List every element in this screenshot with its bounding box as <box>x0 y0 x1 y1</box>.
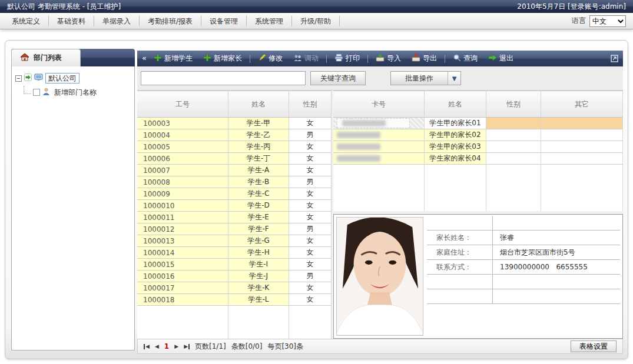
column-header-name[interactable]: 姓名 <box>228 91 289 118</box>
tree-node-root[interactable]: 默认公司 <box>15 72 131 84</box>
student-gender-cell: 女 <box>289 188 332 200</box>
collapse-sidebar-icon[interactable]: « <box>142 54 148 64</box>
add-student-button[interactable]: 新增学生 <box>149 54 197 64</box>
student-id-cell: 1000018 <box>137 294 228 306</box>
menu-item-upgrade-help[interactable]: 升级/帮助 <box>292 16 340 26</box>
menu-item-base-data[interactable]: 基础资料 <box>49 16 94 26</box>
table-row[interactable]: 1000014 学生-H 女 <box>137 247 332 259</box>
parent-name-cell: 学生甲的家长01 <box>425 118 486 129</box>
student-name-cell: 学生-甲 <box>228 118 289 129</box>
main-area: « 新增学生 新增家长 修改 调动 打印 <box>137 51 623 354</box>
table-row[interactable]: 1000010 学生-D 女 <box>137 200 332 212</box>
tables-area: 工号 姓名 性别 100003 学生-甲 女 100004 学生-乙 男 <box>137 91 623 339</box>
language-select[interactable]: 中文 <box>589 15 626 27</box>
export-button[interactable]: 导出 <box>407 54 442 64</box>
chevron-down-icon[interactable]: ▼ <box>448 72 460 85</box>
student-name-cell: 学生-B <box>228 176 289 188</box>
pencil-icon <box>258 54 266 64</box>
tree-node-company-label[interactable]: 默认公司 <box>45 73 79 84</box>
table-row[interactable]: 100007 学生-A 女 <box>137 165 332 176</box>
tree-collapse-icon[interactable] <box>15 75 22 82</box>
table-row[interactable]: 100005 学生-丙 女 <box>137 141 332 153</box>
next-page-icon[interactable]: ▶ <box>174 344 178 349</box>
table-row[interactable]: 1000012 学生-F 男 <box>137 223 332 235</box>
table-row[interactable]: 1000017 学生-K 女 <box>137 282 332 294</box>
current-page-number[interactable]: 1 <box>164 342 169 350</box>
student-name-cell: 学生-L <box>228 294 289 306</box>
main-panel: 部门列表 默认公司 新增部门名称 <box>5 40 628 359</box>
redacted-card-number <box>337 143 380 150</box>
per-page-text: 每页[30]条 <box>267 342 303 352</box>
table-settings-button[interactable]: 表格设置 <box>571 340 617 352</box>
parent-card-cell <box>333 153 425 165</box>
student-gender-cell: 男 <box>289 271 332 282</box>
tree-node-department[interactable]: 新增部门名称 <box>24 86 131 98</box>
student-id-cell: 100005 <box>137 141 228 153</box>
student-name-cell: 学生-J <box>228 271 289 282</box>
info-label <box>427 289 493 303</box>
info-row <box>427 216 620 231</box>
pagination-bar: ◀ ◀ 1 ▶ ▶ 页数[1/1] 条数[0/0] 每页[30]条 表格设置 <box>137 339 623 354</box>
exit-button[interactable]: 退出 <box>483 54 518 64</box>
info-value <box>493 275 620 289</box>
department-checkbox[interactable] <box>33 89 40 96</box>
parent-gender-cell <box>486 141 541 153</box>
edit-button[interactable]: 修改 <box>253 54 287 64</box>
info-row: 家长姓名： 张睿 <box>427 231 620 245</box>
print-button[interactable]: 打印 <box>330 54 364 64</box>
table-row[interactable]: 1000018 学生-L 女 <box>137 294 332 306</box>
table-row[interactable]: 100008 学生-B 男 <box>137 176 332 188</box>
tab-department-list[interactable]: 部门列表 <box>11 49 81 66</box>
login-info: 2010年5月7日 [登录账号:admin] <box>517 2 626 12</box>
redacted-card-number <box>337 132 380 138</box>
transfer-button[interactable]: 调动 <box>289 54 323 64</box>
tree-node-department-label[interactable]: 新增部门名称 <box>52 88 98 98</box>
keyword-query-button[interactable]: 关键字查询 <box>310 71 366 85</box>
toolbar-separator <box>445 55 445 63</box>
prev-page-icon[interactable]: ◀ <box>155 344 159 349</box>
info-value <box>493 216 620 230</box>
column-header-other[interactable]: 其它 <box>541 91 623 118</box>
student-id-cell: 1000012 <box>137 223 228 235</box>
query-button[interactable]: 查询 <box>448 54 482 64</box>
column-header-gender[interactable]: 性别 <box>486 91 541 118</box>
first-page-icon[interactable]: ◀ <box>144 344 150 349</box>
column-header-gender[interactable]: 性别 <box>289 91 332 118</box>
menu-item-device-manage[interactable]: 设备管理 <box>201 16 247 26</box>
menu-item-record-entry[interactable]: 单据录入 <box>94 16 140 26</box>
student-name-cell: 学生-丙 <box>228 141 289 153</box>
redacted-card-number <box>337 155 380 162</box>
table-row[interactable]: 学生家的家长04 <box>333 153 623 165</box>
column-header-card[interactable]: 卡号 <box>333 91 425 118</box>
table-row[interactable]: 1000013 学生-G 女 <box>137 235 332 247</box>
table-row[interactable]: 学生甲的家长03 <box>333 141 623 153</box>
table-row[interactable]: 1000016 学生-J 男 <box>137 271 332 282</box>
student-gender-cell: 女 <box>289 200 332 212</box>
table-row[interactable]: 100004 学生-乙 男 <box>137 129 332 141</box>
keyword-input[interactable] <box>141 71 306 85</box>
column-header-id[interactable]: 工号 <box>137 91 228 118</box>
batch-operation-dropdown[interactable]: 批量操作 ▼ <box>390 71 461 85</box>
table-row[interactable]: 学生甲的家长01 <box>333 118 623 129</box>
table-row[interactable]: 学生甲的家长02 <box>333 129 623 141</box>
column-header-name[interactable]: 姓名 <box>425 91 486 118</box>
table-row[interactable]: 1000011 学生-E 女 <box>137 212 332 223</box>
menu-item-system-manage[interactable]: 系统管理 <box>247 16 292 26</box>
menu-item-schedule-report[interactable]: 考勤排班/报表 <box>140 16 201 26</box>
import-icon <box>376 54 385 64</box>
info-row: 家庭住址： 烟台市芝罘区面市街5号 <box>427 245 620 260</box>
add-parent-button[interactable]: 新增家长 <box>198 54 247 64</box>
table-row[interactable]: 100009 学生-C 女 <box>137 188 332 200</box>
maximize-icon[interactable] <box>611 55 618 62</box>
last-page-icon[interactable]: ▶ <box>184 344 190 349</box>
student-id-cell: 1000013 <box>137 235 228 247</box>
student-name-cell: 学生-丁 <box>228 153 289 165</box>
table-row[interactable]: 100003 学生-甲 女 <box>137 118 332 129</box>
table-row[interactable]: 100006 学生-丁 女 <box>137 153 332 165</box>
student-table-body: 100003 学生-甲 女 100004 学生-乙 男 100005 学生-丙 … <box>137 118 332 306</box>
table-row[interactable]: 1000015 学生-I 女 <box>137 259 332 271</box>
parent-table: 卡号 姓名 性别 其它 学生甲的家长01 <box>333 91 623 211</box>
import-button[interactable]: 导入 <box>371 54 406 64</box>
department-sidebar: 部门列表 默认公司 新增部门名称 <box>11 49 135 350</box>
menu-item-system-define[interactable]: 系统定义 <box>4 16 49 26</box>
